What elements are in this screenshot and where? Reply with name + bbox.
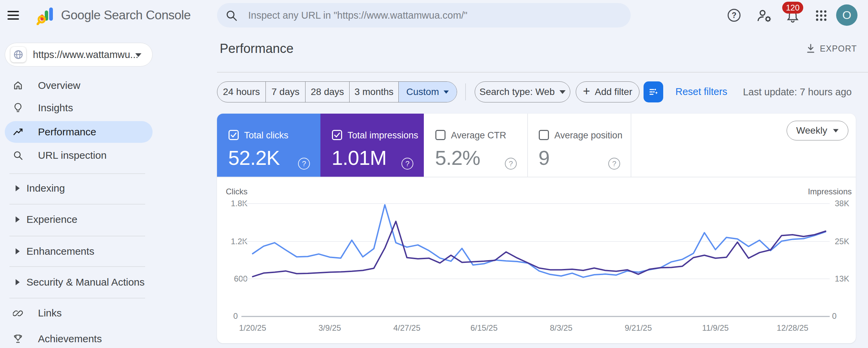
home-icon — [13, 80, 23, 91]
clicks-line-series — [253, 205, 826, 277]
range-custom-button[interactable]: Custom — [398, 82, 457, 102]
range-3-months-button[interactable]: 3 months — [349, 82, 398, 102]
x-axis-label: 9/21/25 — [625, 323, 652, 333]
x-axis-label: 6/15/25 — [470, 323, 497, 333]
search-type-filter-chip[interactable]: Search type: Web — [475, 81, 570, 102]
help-glyph: ? — [732, 11, 736, 20]
download-icon — [806, 43, 816, 54]
x-axis-label: 11/9/25 — [702, 323, 729, 333]
sidebar-item-label: Insights — [38, 102, 73, 114]
sidebar-divider — [9, 204, 145, 205]
sidebar-item-label: Links — [38, 307, 62, 319]
x-axis-label: 3/9/25 — [318, 323, 341, 333]
help-icon[interactable]: ? — [728, 9, 741, 22]
hamburger-menu-button[interactable] — [7, 8, 22, 23]
add-filter-label: Add filter — [595, 86, 632, 97]
sidebar-item-overview[interactable]: Overview — [0, 75, 157, 96]
notification-count-badge: 120 — [782, 2, 803, 14]
property-selector[interactable]: https://www.wattamwu... — [5, 43, 153, 66]
sidebar-section-indexing[interactable]: Indexing — [0, 177, 157, 199]
export-button[interactable]: EXPORT — [806, 43, 857, 54]
impressions-line-series — [253, 221, 826, 277]
sidebar-item-label: URL inspection — [38, 150, 106, 161]
plus-icon: + — [583, 86, 590, 96]
product-name: Google Search Console — [61, 8, 191, 22]
range-7-days-button[interactable]: 7 days — [265, 82, 305, 102]
filter-settings-button[interactable] — [644, 81, 663, 102]
search-input[interactable] — [248, 3, 621, 27]
sidebar-divider — [9, 173, 145, 174]
magnifier-icon — [13, 150, 23, 160]
range-custom-label: Custom — [406, 86, 439, 97]
chevron-down-icon — [443, 90, 449, 93]
performance-trend-icon — [13, 127, 24, 137]
sidebar-item-label: Achievements — [38, 333, 102, 345]
timeseries-chart[interactable] — [217, 114, 856, 343]
avatar[interactable]: O — [836, 4, 857, 26]
chevron-right-icon — [16, 185, 20, 191]
sidebar-section-security-manual-actions[interactable]: Security & Manual Actions — [0, 271, 157, 293]
sidebar-section-label: Enhancements — [26, 246, 94, 257]
chevron-right-icon — [16, 248, 20, 254]
chevron-down-icon — [559, 90, 566, 94]
search-console-logo-icon — [37, 5, 56, 26]
header-divider — [217, 72, 868, 73]
lightbulb-icon — [13, 102, 23, 113]
x-axis-label: 4/27/25 — [393, 323, 420, 333]
filterbar-divider — [465, 83, 466, 100]
property-url: https://www.wattamwu... — [33, 49, 138, 60]
sidebar-section-experience[interactable]: Experience — [0, 209, 157, 230]
user-settings-icon[interactable] — [757, 9, 770, 22]
avatar-letter: O — [842, 8, 851, 22]
export-label: EXPORT — [820, 44, 857, 54]
filter-sparkle-icon — [648, 86, 659, 97]
sidebar-divider — [9, 298, 145, 298]
sidebar-section-label: Indexing — [26, 182, 65, 194]
last-update-text: Last update: 7 hours ago — [726, 86, 852, 98]
chevron-right-icon — [16, 279, 20, 285]
sidebar-section-enhancements[interactable]: Enhancements — [0, 240, 157, 262]
search-type-label: Search type: Web — [479, 86, 555, 97]
range-28-days-button[interactable]: 28 days — [305, 82, 349, 102]
range-24-hours-button[interactable]: 24 hours — [217, 82, 265, 102]
trophy-icon — [13, 334, 23, 344]
sidebar-item-label: Performance — [38, 126, 96, 138]
reset-filters-link[interactable]: Reset filters — [675, 86, 727, 97]
google-apps-grid-icon[interactable] — [814, 9, 828, 22]
sidebar-item-links[interactable]: Links — [0, 302, 157, 324]
sidebar-item-achievements[interactable]: Achievements — [0, 328, 157, 348]
x-axis-label: 8/3/25 — [550, 323, 573, 333]
x-axis-label: 1/20/25 — [239, 323, 266, 333]
search-icon — [226, 10, 237, 21]
sidebar-section-label: Security & Manual Actions — [26, 276, 145, 288]
sidebar-item-url-inspection[interactable]: URL inspection — [0, 144, 157, 166]
sidebar-item-insights[interactable]: Insights — [0, 97, 157, 119]
x-axis-labels: 1/20/253/9/254/27/256/15/258/3/259/21/25… — [217, 323, 856, 335]
add-filter-button[interactable]: + Add filter — [576, 81, 639, 102]
x-axis-label: 12/28/25 — [777, 323, 808, 333]
sidebar-section-label: Experience — [26, 214, 77, 225]
sidebar-divider — [9, 236, 145, 236]
page-title: Performance — [220, 41, 294, 56]
performance-chart-card: Total clicks 52.2K ? Total impressions 1… — [217, 114, 856, 343]
sidebar-divider — [9, 266, 145, 267]
url-inspection-search-bar[interactable] — [217, 3, 631, 27]
sidebar-item-label: Overview — [38, 80, 80, 91]
chevron-down-icon — [135, 53, 141, 57]
sidebar-item-performance[interactable]: Performance — [5, 121, 153, 143]
link-icon — [13, 308, 23, 318]
globe-icon — [11, 47, 26, 62]
gsc-performance-page: { "topbar": { "product_name": "Google Se… — [0, 0, 868, 348]
date-range-segmented-control: 24 hours 7 days 28 days 3 months Custom — [217, 81, 457, 102]
chevron-right-icon — [16, 216, 20, 223]
